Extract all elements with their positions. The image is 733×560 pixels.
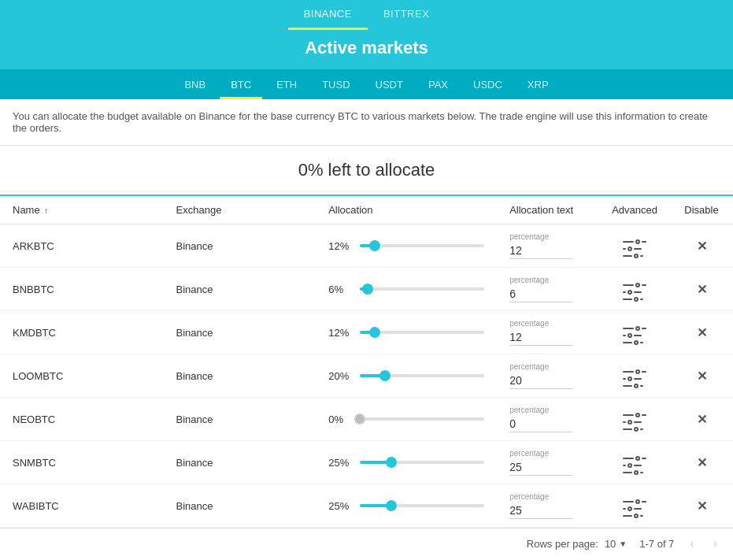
alloc-input-6[interactable] bbox=[509, 503, 572, 519]
cell-exchange-4: Binance bbox=[164, 398, 317, 441]
currency-tab-pax[interactable]: PAX bbox=[417, 72, 459, 99]
currency-tab-tusd[interactable]: TUSD bbox=[311, 72, 361, 99]
cell-allocation-5: 25% bbox=[316, 441, 497, 484]
alloc-input-2[interactable] bbox=[509, 329, 572, 346]
alloc-input-4[interactable] bbox=[509, 416, 572, 432]
advanced-settings-icon-6[interactable] bbox=[623, 499, 646, 518]
pct-label-5: 25% bbox=[328, 457, 354, 469]
slider-track-5[interactable] bbox=[360, 461, 484, 464]
rows-per-page-select[interactable]: 10 ▼ bbox=[605, 538, 627, 550]
currency-tab-bnb[interactable]: BNB bbox=[173, 72, 217, 99]
cell-alloc-text-3: percentage bbox=[497, 354, 599, 398]
alloc-input-label-5: percentage bbox=[509, 449, 587, 458]
advanced-settings-icon-4[interactable] bbox=[623, 413, 646, 432]
alloc-input-label-6: percentage bbox=[509, 492, 587, 501]
alloc-input-label-4: percentage bbox=[509, 406, 587, 414]
slider-thumb-2[interactable] bbox=[369, 327, 380, 338]
disable-button-6[interactable]: ✕ bbox=[697, 499, 707, 513]
exchange-tabs-bar: BINANCE BITTREX bbox=[0, 0, 733, 30]
currency-tab-usdt[interactable]: USDT bbox=[365, 72, 414, 99]
prev-page-button[interactable]: ‹ bbox=[687, 536, 697, 551]
alloc-input-1[interactable] bbox=[509, 286, 572, 302]
currency-tab-btc[interactable]: BTC bbox=[220, 72, 262, 99]
pct-label-0: 12% bbox=[328, 240, 354, 252]
slider-track-0[interactable] bbox=[360, 244, 484, 247]
slider-track-4[interactable] bbox=[360, 417, 484, 421]
cell-advanced-2 bbox=[599, 311, 670, 354]
slider-thumb-5[interactable] bbox=[386, 457, 397, 468]
slider-thumb-0[interactable] bbox=[369, 240, 380, 251]
slider-track-6[interactable] bbox=[360, 504, 484, 507]
disable-button-0[interactable]: ✕ bbox=[697, 239, 707, 253]
cell-alloc-text-0: percentage bbox=[497, 224, 599, 268]
advanced-settings-icon-3[interactable] bbox=[623, 369, 646, 388]
disable-button-5[interactable]: ✕ bbox=[697, 456, 707, 469]
cell-name-4: NEOBTC bbox=[0, 398, 164, 441]
disable-button-3[interactable]: ✕ bbox=[697, 369, 707, 383]
advanced-settings-icon-0[interactable] bbox=[623, 239, 646, 258]
disable-button-1[interactable]: ✕ bbox=[697, 283, 707, 296]
cell-exchange-3: Binance bbox=[164, 354, 317, 398]
alloc-input-label-2: percentage bbox=[509, 319, 587, 328]
disable-button-4[interactable]: ✕ bbox=[697, 413, 707, 426]
cell-advanced-6 bbox=[599, 484, 670, 528]
col-header-exchange: Exchange bbox=[164, 196, 317, 224]
alloc-input-label-1: percentage bbox=[509, 276, 587, 284]
cell-name-1: BNBBTC bbox=[0, 268, 164, 311]
cell-disable-4: ✕ bbox=[670, 398, 733, 441]
table-footer: Rows per page: 10 ▼ 1-7 of 7 ‹ › bbox=[0, 528, 733, 558]
col-header-allocation-text: Allocation text bbox=[497, 196, 599, 224]
alloc-input-0[interactable] bbox=[509, 243, 572, 259]
cell-alloc-text-5: percentage bbox=[497, 441, 599, 484]
sort-arrow-icon: ↑ bbox=[44, 206, 48, 215]
advanced-settings-icon-5[interactable] bbox=[623, 456, 646, 475]
allocate-banner: 0% left to allocate bbox=[0, 146, 733, 196]
cell-exchange-1: Binance bbox=[164, 268, 317, 311]
page-title-bar: Active markets bbox=[0, 30, 733, 69]
cell-alloc-text-2: percentage bbox=[497, 311, 599, 354]
next-page-button[interactable]: › bbox=[710, 536, 720, 551]
exchange-tab-bittrex[interactable]: BITTREX bbox=[368, 0, 445, 30]
currency-tab-eth[interactable]: ETH bbox=[265, 72, 308, 99]
pct-label-4: 0% bbox=[328, 414, 354, 425]
page-info: 1-7 of 7 bbox=[639, 538, 674, 550]
pct-label-1: 6% bbox=[328, 284, 354, 295]
advanced-settings-icon-2[interactable] bbox=[623, 326, 646, 345]
currency-tab-usdc[interactable]: USDC bbox=[462, 72, 513, 99]
cell-disable-6: ✕ bbox=[670, 484, 733, 528]
exchange-tab-binance[interactable]: BINANCE bbox=[288, 0, 368, 30]
table-row: KMDBTC Binance 12% percentage bbox=[0, 311, 733, 354]
table-row: LOOMBTC Binance 20% percentage bbox=[0, 354, 733, 398]
slider-track-1[interactable] bbox=[360, 287, 484, 291]
alloc-input-label-3: percentage bbox=[509, 362, 587, 371]
table-row: NEOBTC Binance 0% percentage bbox=[0, 398, 733, 441]
advanced-settings-icon-1[interactable] bbox=[623, 283, 646, 302]
table-row: ARKBTC Binance 12% percentage bbox=[0, 224, 733, 268]
currency-tab-xrp[interactable]: XRP bbox=[516, 72, 560, 99]
disable-button-2[interactable]: ✕ bbox=[697, 326, 707, 339]
col-header-name[interactable]: Name ↑ bbox=[0, 196, 164, 224]
cell-exchange-0: Binance bbox=[164, 224, 317, 268]
slider-thumb-6[interactable] bbox=[386, 500, 397, 511]
alloc-input-label-0: percentage bbox=[509, 232, 587, 241]
page-title: Active markets bbox=[0, 38, 733, 58]
pct-label-6: 25% bbox=[328, 500, 354, 512]
cell-alloc-text-1: percentage bbox=[497, 268, 599, 311]
cell-alloc-text-4: percentage bbox=[497, 398, 599, 441]
cell-exchange-6: Binance bbox=[164, 484, 317, 528]
rows-per-page-section: Rows per page: 10 ▼ bbox=[527, 538, 627, 550]
slider-thumb-1[interactable] bbox=[362, 284, 373, 295]
alloc-input-5[interactable] bbox=[509, 459, 572, 476]
cell-allocation-4: 0% bbox=[316, 398, 497, 441]
slider-track-3[interactable] bbox=[360, 374, 484, 377]
rows-per-page-value: 10 bbox=[605, 538, 616, 550]
cell-allocation-3: 20% bbox=[316, 354, 497, 398]
slider-thumb-4[interactable] bbox=[354, 414, 365, 425]
alloc-input-3[interactable] bbox=[509, 373, 572, 389]
slider-thumb-3[interactable] bbox=[379, 370, 391, 381]
cell-disable-1: ✕ bbox=[670, 268, 733, 311]
slider-track-2[interactable] bbox=[360, 331, 484, 334]
cell-advanced-1 bbox=[599, 268, 670, 311]
table-row: BNBBTC Binance 6% percentage bbox=[0, 268, 733, 311]
col-name-label: Name bbox=[13, 204, 40, 216]
